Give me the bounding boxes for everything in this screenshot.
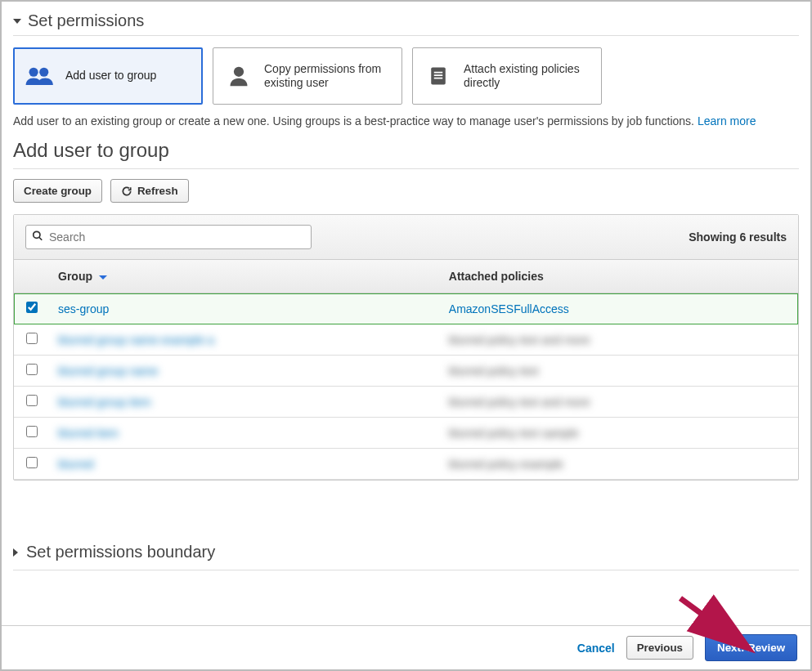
table-row[interactable]: blurred group name example a blurred pol… [14,324,798,356]
next-label: Next: Review [717,642,785,654]
set-permissions-header[interactable]: Set permissions [13,11,799,36]
policy-link[interactable]: blurred policy text [449,365,539,378]
policy-link[interactable]: blurred policy text and more [449,396,590,409]
user-icon [223,64,254,88]
tab-add-user-to-group[interactable]: Add user to group [13,47,203,105]
svg-rect-4 [434,72,443,74]
svg-rect-5 [434,74,443,76]
row-checkbox[interactable] [26,426,38,437]
groups-panel: Showing 6 results Group Attached policie… [13,214,799,481]
svg-point-1 [39,68,48,77]
tab-label: Copy permissions from existing user [264,62,392,91]
row-checkbox[interactable] [26,395,38,406]
group-link[interactable]: blurred group item [58,396,151,409]
help-text-content: Add user to an existing group or create … [13,114,698,127]
boundary-title: Set permissions boundary [26,543,215,561]
create-group-button[interactable]: Create group [13,179,102,203]
group-icon [25,64,56,88]
svg-point-2 [234,67,244,77]
row-checkbox[interactable] [26,333,38,344]
group-link[interactable]: blurred group name example a [58,333,214,347]
table-row[interactable]: blurred item blurred policy text sample [14,418,798,449]
learn-more-link[interactable]: Learn more [698,114,756,127]
subheading: Add user to group [13,139,799,169]
col-checkbox [14,260,50,293]
policy-link[interactable]: AmazonSESFullAccess [449,302,569,315]
tab-attach-policies[interactable]: Attach existing policies directly [412,47,602,105]
row-checkbox[interactable] [26,364,38,375]
caret-right-icon [13,548,18,557]
help-text: Add user to an existing group or create … [13,114,799,127]
results-count: Showing 6 results [689,230,787,244]
section-title: Set permissions [28,11,144,30]
cancel-button[interactable]: Cancel [577,642,615,655]
previous-button[interactable]: Previous [626,636,693,660]
refresh-button[interactable]: Refresh [110,179,189,203]
col-group-label: Group [58,270,92,283]
search-input[interactable] [25,225,312,249]
svg-rect-6 [434,78,443,79]
groups-table: Group Attached policies ses-group Amazon… [14,260,798,480]
table-row[interactable]: blurred group item blurred policy text a… [14,387,798,418]
col-group[interactable]: Group [50,260,441,293]
svg-line-8 [39,237,43,240]
wizard-footer: Cancel Previous Next: Review [2,625,810,669]
sort-caret-icon [99,270,107,283]
group-link[interactable]: blurred [58,458,94,471]
set-permissions-boundary-header[interactable]: Set permissions boundary [13,538,799,570]
group-link[interactable]: blurred item [58,427,119,440]
table-row[interactable]: ses-group AmazonSESFullAccess [14,293,798,324]
tab-label: Attach existing policies directly [464,62,591,91]
group-link[interactable]: blurred group name [58,365,158,378]
next-review-button[interactable]: Next: Review [705,634,797,661]
document-icon [423,64,454,88]
col-policies[interactable]: Attached policies [441,260,798,293]
search-icon [32,230,43,244]
refresh-label: Refresh [137,185,178,197]
caret-down-icon [13,19,21,24]
tab-label: Add user to group [65,69,156,83]
group-link[interactable]: ses-group [58,302,109,315]
svg-point-0 [29,68,38,77]
refresh-icon [121,186,132,197]
row-checkbox[interactable] [26,302,38,313]
table-row[interactable]: blurred group name blurred policy text [14,356,798,387]
create-group-label: Create group [24,185,92,197]
tab-copy-permissions[interactable]: Copy permissions from existing user [213,47,402,105]
previous-label: Previous [637,642,683,654]
svg-point-7 [34,231,40,238]
policy-link[interactable]: blurred policy text sample [449,427,579,440]
table-row[interactable]: blurred blurred policy example [14,449,798,480]
row-checkbox[interactable] [26,457,38,468]
policy-link[interactable]: blurred policy example [449,458,563,471]
policy-link[interactable]: blurred policy text and more [449,333,590,347]
